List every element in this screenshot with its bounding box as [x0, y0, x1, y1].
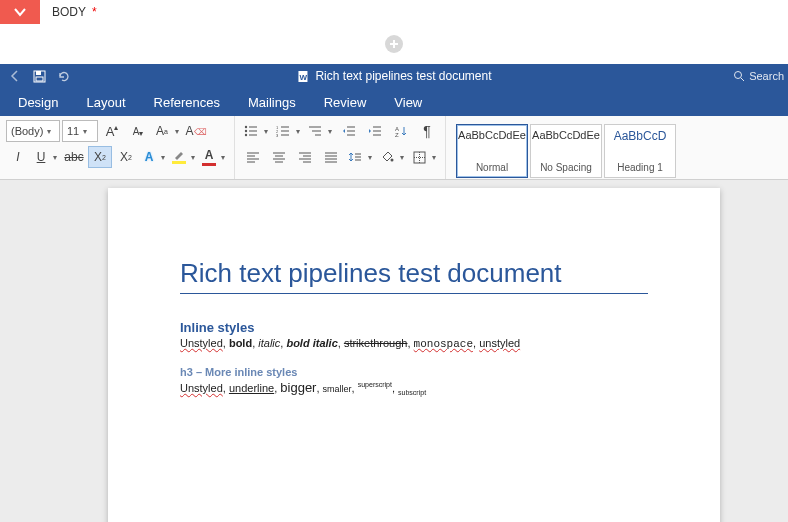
- align-left-icon: [246, 151, 260, 163]
- style-heading-1[interactable]: AaBbCcD Heading 1: [604, 124, 676, 178]
- font-color-button[interactable]: A▾: [200, 146, 228, 168]
- line-spacing-button[interactable]: ▾: [345, 146, 375, 168]
- unsaved-indicator: *: [92, 5, 97, 19]
- paint-bucket-icon: [380, 151, 394, 164]
- search-icon: [733, 70, 745, 82]
- text-effects-button[interactable]: A▾: [140, 146, 168, 168]
- undo-button[interactable]: [52, 65, 74, 87]
- align-center-button[interactable]: [267, 146, 291, 168]
- chevron-left-icon: [8, 69, 22, 83]
- superscript-button[interactable]: X2: [114, 146, 138, 168]
- align-right-button[interactable]: [293, 146, 317, 168]
- text-monospace: monospace: [414, 338, 473, 350]
- shrink-font-button[interactable]: A▾: [126, 120, 150, 142]
- decrease-indent-button[interactable]: [337, 120, 361, 142]
- document-title-area: W Rich text pipelines test document: [296, 69, 491, 83]
- tab-design[interactable]: Design: [4, 88, 72, 116]
- save-button[interactable]: [28, 65, 50, 87]
- svg-line-6: [741, 78, 744, 81]
- text-bigger: bigger: [280, 380, 316, 395]
- svg-text:Z: Z: [395, 132, 399, 137]
- undo-icon: [56, 69, 70, 83]
- sort-button[interactable]: AZ: [389, 120, 413, 142]
- bullets-button[interactable]: ▾: [241, 120, 271, 142]
- search-area[interactable]: Search: [733, 70, 784, 82]
- page[interactable]: Rich text pipelines test document Inline…: [108, 188, 720, 522]
- subscript-button[interactable]: X2: [88, 146, 112, 168]
- highlighter-icon: [173, 150, 185, 160]
- back-button[interactable]: [4, 65, 26, 87]
- doc-heading-1[interactable]: Rich text pipelines test document: [180, 258, 648, 294]
- doc-heading-2[interactable]: Inline styles: [180, 320, 648, 335]
- plus-icon: [389, 39, 399, 49]
- doc-paragraph[interactable]: Unstyled, underline, bigger, smaller, su…: [180, 380, 648, 396]
- shading-button[interactable]: ▾: [377, 146, 407, 168]
- outdent-icon: [342, 125, 356, 137]
- doc-paragraph[interactable]: Unstyled, bold, italic, bold italic, str…: [180, 337, 648, 350]
- strikethrough-button[interactable]: abc: [62, 146, 86, 168]
- svg-rect-2: [36, 77, 43, 81]
- tab-layout[interactable]: Layout: [72, 88, 139, 116]
- cms-expand-toggle[interactable]: [0, 0, 40, 24]
- ribbon: (Body)▾ 11▾ A▴ A▾ Aa▾ A⌫ I U▾ abc X2 X2 …: [0, 116, 788, 180]
- grow-font-button[interactable]: A▴: [100, 120, 124, 142]
- svg-point-49: [391, 158, 394, 161]
- clear-formatting-button[interactable]: A⌫: [184, 120, 208, 142]
- text-bold: bold: [229, 337, 252, 349]
- tab-mailings[interactable]: Mailings: [234, 88, 310, 116]
- ribbon-tabs: Design Layout References Mailings Review…: [0, 88, 788, 116]
- text-tail: unstyled: [479, 337, 520, 349]
- svg-point-11: [245, 134, 247, 136]
- paragraph-group: ▾ 123▾ ▾ AZ ¶ ▾ ▾ ▾: [235, 116, 446, 179]
- change-case-button[interactable]: Aa▾: [152, 120, 182, 142]
- caret-down-icon: ▾: [47, 127, 51, 136]
- bullet-list-icon: [244, 125, 258, 137]
- text-unstyled: Unstyled: [180, 337, 223, 349]
- style-name: Normal: [476, 162, 508, 173]
- style-normal[interactable]: AaBbCcDdEe Normal: [456, 124, 528, 178]
- styles-group: AaBbCcDdEe Normal AaBbCcDdEe No Spacing …: [446, 116, 686, 179]
- align-center-icon: [272, 151, 286, 163]
- tab-references[interactable]: References: [140, 88, 234, 116]
- search-label: Search: [749, 70, 784, 82]
- tab-review[interactable]: Review: [310, 88, 381, 116]
- italic-button[interactable]: I: [6, 146, 30, 168]
- borders-button[interactable]: ▾: [409, 146, 439, 168]
- add-block-button[interactable]: [385, 35, 403, 53]
- font-size-value: 11: [67, 125, 79, 137]
- font-size-combo[interactable]: 11▾: [62, 120, 98, 142]
- style-sample: AaBbCcDdEe: [458, 129, 526, 141]
- font-name-value: (Body): [11, 125, 43, 137]
- font-name-combo[interactable]: (Body)▾: [6, 120, 60, 142]
- tab-view[interactable]: View: [380, 88, 436, 116]
- svg-point-7: [245, 126, 247, 128]
- align-left-button[interactable]: [241, 146, 265, 168]
- highlight-button[interactable]: ▾: [170, 146, 198, 168]
- justify-icon: [324, 151, 338, 163]
- save-icon: [33, 70, 46, 83]
- document-canvas[interactable]: Rich text pipelines test document Inline…: [0, 180, 788, 522]
- justify-button[interactable]: [319, 146, 343, 168]
- cms-add-row: [0, 24, 788, 64]
- text-subscript: subscript: [398, 389, 426, 396]
- text-underline: underline: [229, 382, 274, 394]
- doc-heading-3[interactable]: h3 – More inline styles: [180, 366, 648, 378]
- text-superscript: superscript: [358, 381, 392, 388]
- show-marks-button[interactable]: ¶: [415, 120, 439, 142]
- caret-down-icon: ▾: [83, 127, 87, 136]
- text-bold-italic: bold italic: [286, 337, 337, 349]
- document-title: Rich text pipelines test document: [315, 69, 491, 83]
- cms-body-label: BODY: [52, 5, 86, 19]
- numbering-button[interactable]: 123▾: [273, 120, 303, 142]
- sort-icon: AZ: [394, 125, 408, 137]
- underline-button[interactable]: U▾: [32, 146, 60, 168]
- svg-text:3: 3: [276, 133, 279, 137]
- increase-indent-button[interactable]: [363, 120, 387, 142]
- style-name: Heading 1: [617, 162, 663, 173]
- style-sample: AaBbCcDdEe: [532, 129, 600, 141]
- multilevel-list-button[interactable]: ▾: [305, 120, 335, 142]
- style-no-spacing[interactable]: AaBbCcDdEe No Spacing: [530, 124, 602, 178]
- text-smaller: smaller: [323, 384, 352, 394]
- cms-top-bar: BODY *: [0, 0, 788, 24]
- indent-icon: [368, 125, 382, 137]
